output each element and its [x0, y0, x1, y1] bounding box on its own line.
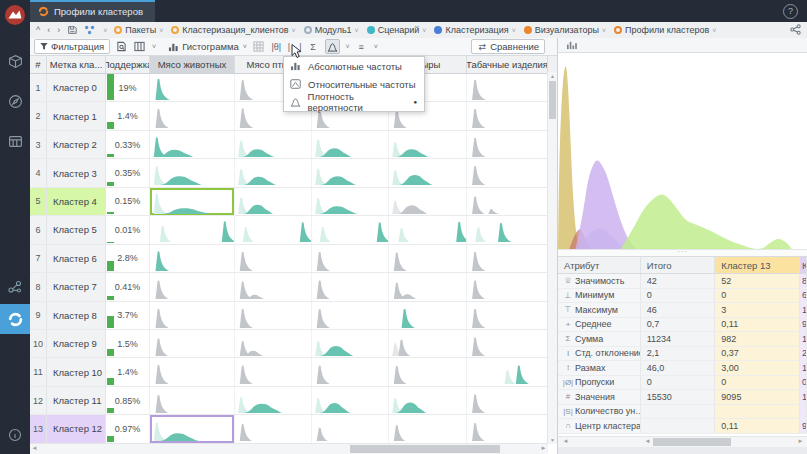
share-icon[interactable] — [790, 24, 801, 37]
histogram-cell[interactable] — [389, 302, 467, 329]
scroll-left-icon[interactable]: ◄ — [561, 437, 570, 446]
menu-item[interactable]: Абсолютные частоты — [284, 57, 424, 75]
stats-horizontal-scrollbar[interactable]: ◄ ◄ ► — [558, 436, 807, 447]
scrollbar-thumb[interactable] — [549, 81, 556, 119]
histogram-cell[interactable] — [150, 159, 235, 186]
histogram-cell[interactable] — [389, 245, 467, 272]
explore-icon[interactable] — [0, 88, 30, 114]
chevron-down-icon[interactable]: ˅ — [152, 43, 156, 50]
histogram-cell[interactable] — [467, 216, 548, 243]
histogram-cell[interactable] — [312, 159, 389, 186]
stats-column-header[interactable]: Атрибут — [558, 257, 641, 273]
histogram-cell[interactable] — [389, 387, 467, 414]
stats-column-header[interactable]: Кластер 13 — [715, 257, 800, 273]
histogram-cell[interactable] — [389, 216, 467, 243]
histogram-cell[interactable] — [389, 358, 467, 385]
histogram-cell[interactable] — [150, 358, 235, 385]
cluster-label[interactable]: Кластер 8 — [47, 302, 106, 329]
histogram-cell[interactable] — [389, 159, 467, 186]
chevron-down-icon[interactable]: ˅ — [103, 27, 107, 34]
support-cell[interactable]: 0.97% — [106, 415, 150, 442]
histogram-cell[interactable] — [150, 245, 235, 272]
scroll-right-icon[interactable]: ► — [796, 437, 805, 446]
frequency-mode-icon[interactable] — [325, 39, 340, 54]
support-cell[interactable]: 1.5% — [106, 330, 150, 357]
histogram-cell[interactable] — [312, 245, 389, 272]
support-cell[interactable]: 0.35% — [106, 159, 150, 186]
histogram-cell[interactable] — [312, 330, 389, 357]
support-cell[interactable]: 0.01% — [106, 216, 150, 243]
histogram-cell[interactable] — [150, 302, 235, 329]
breadcrumb-item[interactable]: Кластеризация˅ — [434, 25, 515, 35]
histogram-cell[interactable] — [150, 102, 235, 129]
cluster-label[interactable]: Кластер 9 — [47, 330, 106, 357]
menu-item[interactable]: Плотность вероятности● — [284, 93, 424, 111]
support-cell[interactable]: 0.41% — [106, 273, 150, 300]
histogram-cell[interactable] — [235, 302, 312, 329]
compare-button[interactable]: ⇄ Сравнение — [471, 39, 545, 54]
histogram-cell[interactable] — [467, 387, 548, 414]
help-icon[interactable]: ? — [783, 4, 798, 19]
chevron-down-icon[interactable]: ˅ — [355, 27, 359, 34]
histogram-cell[interactable] — [150, 216, 235, 243]
histogram-cell[interactable] — [150, 74, 235, 101]
column-header[interactable]: Мясо животных — [150, 56, 235, 73]
chevron-down-icon[interactable]: ˅ — [712, 27, 716, 34]
column-header[interactable]: Табачные изделия — [467, 56, 548, 73]
histogram-mode-button[interactable]: Гистограмма ˅ — [168, 41, 247, 52]
support-cell[interactable]: 2.8% — [106, 245, 150, 272]
columns-icon[interactable] — [133, 40, 146, 53]
breadcrumb-item[interactable]: Пакеты˅ — [114, 25, 163, 35]
filter-button[interactable]: Фильтрация — [34, 39, 110, 54]
histogram-cell[interactable] — [235, 387, 312, 414]
horizontal-scrollbar[interactable]: ◄ ► — [30, 443, 548, 454]
scroll-left-icon[interactable]: ◄ — [30, 444, 39, 453]
breadcrumb-item[interactable]: Модуль1˅ — [304, 25, 359, 35]
support-cell[interactable]: 0.33% — [106, 131, 150, 158]
chevron-down-icon[interactable]: ˅ — [512, 27, 516, 34]
support-cell[interactable]: 19% — [106, 74, 150, 101]
column-header[interactable]: Метка кла... — [47, 56, 106, 73]
histogram-cell[interactable] — [235, 273, 312, 300]
cluster-label[interactable]: Кластер 2 — [47, 131, 106, 158]
cluster-label[interactable]: Кластер 3 — [47, 159, 106, 186]
packages-icon[interactable] — [0, 48, 30, 74]
chevron-down-icon[interactable]: ˅ — [374, 43, 378, 50]
scroll-up-icon[interactable]: ▲ — [548, 72, 557, 80]
histogram-cell[interactable] — [235, 358, 312, 385]
chevron-down-icon[interactable]: ˅ — [346, 43, 350, 50]
histogram-cell[interactable] — [467, 273, 548, 300]
histogram-cell[interactable] — [312, 415, 389, 442]
list-layout-icon[interactable]: ≡ — [355, 40, 368, 53]
histogram-cell[interactable] — [467, 159, 548, 186]
cluster-label[interactable]: Кластер 11 — [47, 387, 106, 414]
stats-column-header[interactable]: Итого — [641, 257, 716, 273]
chevron-down-icon[interactable]: ˅ — [292, 27, 296, 34]
histogram-cell[interactable] — [389, 330, 467, 357]
data-inspect-icon[interactable] — [115, 40, 128, 53]
forward-icon[interactable]: › — [57, 25, 60, 35]
scenario-nodes-icon[interactable] — [0, 274, 30, 300]
histogram-cell[interactable] — [467, 131, 548, 158]
histogram-cell[interactable] — [389, 273, 467, 300]
cluster-label[interactable]: Кластер 7 — [47, 273, 106, 300]
cluster-label[interactable]: Кластер 12 — [47, 415, 106, 442]
histogram-cell[interactable] — [312, 216, 389, 243]
histogram-cell[interactable] — [235, 415, 312, 442]
histogram-cell[interactable] — [467, 245, 548, 272]
histogram-cell[interactable] — [235, 131, 312, 158]
breadcrumb-item[interactable]: Визуализаторы˅ — [524, 25, 606, 35]
scroll-right-icon[interactable]: ► — [539, 444, 548, 453]
scrollbar-thumb[interactable] — [350, 445, 500, 453]
back-icon[interactable]: ‹ — [47, 25, 50, 35]
histogram-cell[interactable] — [235, 188, 312, 215]
histogram-cell[interactable] — [467, 102, 548, 129]
breadcrumb-item[interactable]: Профили кластеров˅ — [614, 25, 716, 35]
breadcrumb-item[interactable]: Сценарий˅ — [367, 25, 427, 35]
info-icon[interactable] — [0, 422, 30, 448]
grid-view-icon[interactable] — [252, 40, 265, 53]
histogram-cell[interactable] — [389, 188, 467, 215]
histogram-cell[interactable] — [150, 387, 235, 414]
mini-chart-icon[interactable] — [566, 40, 578, 50]
tab-cluster-profiles[interactable]: Профили кластеров — [30, 0, 155, 22]
